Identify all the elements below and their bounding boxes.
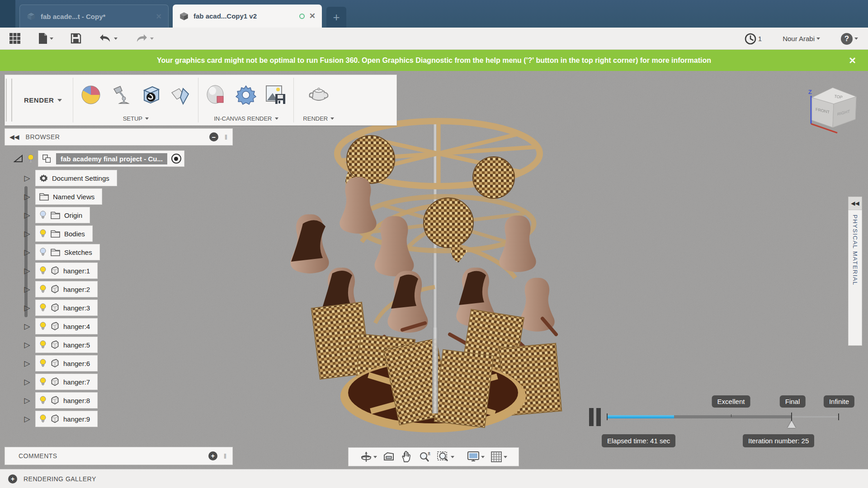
expand-arrow-icon[interactable]: ▷ xyxy=(23,229,32,239)
expand-arrow-icon[interactable]: ▷ xyxy=(23,248,32,257)
browser-tree-item[interactable]: ▷ Document Settings xyxy=(23,170,117,186)
redo-button[interactable] xyxy=(132,30,156,47)
browser-tree-item[interactable]: ▷ hanger:4 xyxy=(23,318,98,334)
expanded-arrow-icon[interactable] xyxy=(14,154,24,163)
user-account-button[interactable]: Nour Arabi xyxy=(780,32,823,45)
new-tab-button[interactable]: + xyxy=(326,7,346,28)
panel-grip-handle[interactable]: ‖ xyxy=(225,133,228,141)
physical-material-panel-collapsed: ◀◀ PHYSICAL MATERIAL xyxy=(848,197,862,346)
texture-map-controls-button[interactable] xyxy=(167,80,193,109)
browser-tree-item[interactable]: ▷ hanger:9 xyxy=(23,411,98,427)
expand-panel-icon[interactable]: ◀◀ xyxy=(848,197,862,210)
physical-material-title[interactable]: PHYSICAL MATERIAL xyxy=(852,215,859,345)
pan-button[interactable] xyxy=(399,449,414,465)
browser-tree-item[interactable]: ▷ Sketches xyxy=(23,244,100,260)
setup-group-dropdown[interactable]: SETUP xyxy=(78,113,193,124)
orbit-button[interactable] xyxy=(359,449,378,465)
rendering-gallery-expand-icon[interactable]: + xyxy=(8,474,17,483)
viewport-3d-model[interactable] xyxy=(289,93,588,454)
grid-layout-button[interactable] xyxy=(489,449,509,465)
collapse-panel-icon[interactable]: ◀◀ xyxy=(9,133,19,141)
expand-comments-icon[interactable]: + xyxy=(208,451,217,460)
expand-arrow-icon[interactable]: ▷ xyxy=(23,414,32,424)
elapsed-time-badge: Elapsed time: 41 sec xyxy=(602,434,675,447)
visibility-bulb-icon[interactable] xyxy=(39,377,47,386)
browser-tree-item[interactable]: ▷ Origin xyxy=(23,207,90,223)
visibility-bulb-icon[interactable] xyxy=(39,211,47,220)
expand-arrow-icon[interactable]: ▷ xyxy=(23,303,32,313)
navigation-toolbar: ± xyxy=(348,447,519,466)
look-at-button[interactable] xyxy=(382,450,396,464)
visibility-bulb-icon[interactable] xyxy=(39,340,47,349)
browser-tree-item[interactable]: ▷ Bodies xyxy=(23,225,93,242)
browser-tree-item[interactable]: ▷ hanger:3 xyxy=(23,300,98,316)
render-group-dropdown[interactable]: RENDER xyxy=(303,113,334,124)
render-button[interactable] xyxy=(306,80,332,109)
zoom-window-button[interactable] xyxy=(435,449,456,465)
document-tab-2-active[interactable]: fab acad...Copy1 v2 ✕ xyxy=(173,5,322,28)
visibility-bulb-icon[interactable] xyxy=(39,303,47,312)
browser-tree-item[interactable]: ▷ Named Views xyxy=(23,188,102,205)
browser-tree-item[interactable]: ▷ hanger:1 xyxy=(23,263,98,279)
browser-tree-item[interactable]: ▷ hanger:2 xyxy=(23,281,98,297)
setup-group-label: SETUP xyxy=(123,115,142,122)
expand-arrow-icon[interactable]: ▷ xyxy=(23,285,32,294)
visibility-bulb-icon[interactable] xyxy=(39,266,47,275)
comments-panel-header[interactable]: COMMENTS + ‖ xyxy=(5,447,233,465)
expand-arrow-icon[interactable]: ▷ xyxy=(23,377,32,387)
decal-button[interactable] xyxy=(137,80,164,109)
render-settings-button[interactable] xyxy=(233,80,259,109)
tree-item-label: hanger:3 xyxy=(63,304,90,312)
visibility-bulb-icon[interactable] xyxy=(39,414,47,423)
undo-button[interactable] xyxy=(96,30,120,47)
help-menu-button[interactable]: ? xyxy=(838,30,861,47)
app-launcher-grid-icon[interactable] xyxy=(6,30,24,47)
expand-arrow-icon[interactable]: ▷ xyxy=(23,174,32,183)
workspace-switcher-button[interactable]: RENDER xyxy=(13,75,73,125)
browser-tree-item[interactable]: ▷ hanger:6 xyxy=(23,355,98,371)
track-mid-tick xyxy=(731,414,731,417)
banner-close-icon[interactable]: ✕ xyxy=(849,55,856,66)
browser-tree-item[interactable]: ▷ hanger:7 xyxy=(23,374,98,390)
expand-arrow-icon[interactable]: ▷ xyxy=(23,396,32,405)
visibility-bulb-icon[interactable] xyxy=(39,359,47,368)
toolbar-grip-handle[interactable] xyxy=(6,79,12,122)
zoom-button[interactable]: ± xyxy=(417,449,432,465)
expand-arrow-icon[interactable]: ▷ xyxy=(23,266,32,276)
visibility-bulb-icon[interactable] xyxy=(27,154,34,163)
document-tab-1[interactable]: fab acade...t - Copy* ✕ xyxy=(19,5,169,28)
file-menu-button[interactable] xyxy=(35,30,56,47)
in-canvas-render-group-dropdown[interactable]: IN-CANVAS RENDER xyxy=(203,113,289,124)
visibility-bulb-icon[interactable] xyxy=(39,285,47,294)
activate-component-radio[interactable] xyxy=(171,154,181,164)
rendering-gallery-label[interactable]: RENDERING GALLERY xyxy=(24,475,96,483)
save-button[interactable] xyxy=(68,30,84,47)
capture-image-button[interactable] xyxy=(263,80,289,109)
scene-settings-button[interactable] xyxy=(108,80,134,109)
tab-close-icon[interactable]: ✕ xyxy=(309,11,316,21)
browser-tree-item[interactable]: ▷ hanger:8 xyxy=(23,392,98,408)
tab-close-icon[interactable]: ✕ xyxy=(156,12,162,21)
expand-arrow-icon[interactable]: ▷ xyxy=(23,340,32,350)
visibility-bulb-icon[interactable] xyxy=(39,322,47,331)
visibility-bulb-icon[interactable] xyxy=(39,396,47,405)
root-item-label[interactable]: fab academy final project - Cu... xyxy=(56,153,167,164)
expand-arrow-icon[interactable]: ▷ xyxy=(23,322,32,331)
expand-arrow-icon[interactable]: ▷ xyxy=(23,211,32,220)
body-cube-icon xyxy=(51,414,59,423)
display-settings-button[interactable] xyxy=(466,449,486,465)
expand-arrow-icon[interactable]: ▷ xyxy=(23,192,32,202)
appearance-button[interactable] xyxy=(78,80,104,109)
visibility-bulb-icon[interactable] xyxy=(39,229,47,238)
browser-root-item[interactable]: fab academy final project - Cu... xyxy=(14,150,184,167)
job-status-button[interactable]: 1 xyxy=(742,30,764,47)
quality-slider-handle[interactable] xyxy=(788,421,796,428)
collapse-all-icon[interactable]: − xyxy=(209,132,218,141)
expand-arrow-icon[interactable]: ▷ xyxy=(23,359,32,368)
browser-tree-item[interactable]: ▷ hanger:5 xyxy=(23,337,98,353)
panel-grip-handle[interactable]: ‖ xyxy=(224,452,227,460)
visibility-bulb-icon[interactable] xyxy=(39,248,47,257)
view-cube[interactable]: Z TOP FRONT RIGHT xyxy=(801,82,864,134)
in-canvas-render-button[interactable] xyxy=(203,80,229,109)
pause-render-button[interactable] xyxy=(589,408,602,426)
